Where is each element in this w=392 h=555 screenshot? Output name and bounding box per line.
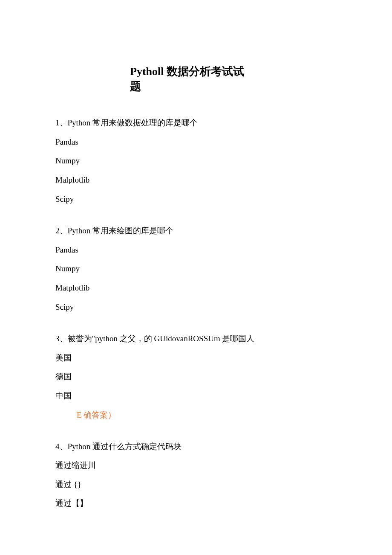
answer-text: E 确答案） bbox=[77, 410, 337, 421]
question-option: Matplotlib bbox=[55, 282, 337, 294]
question-3: 3、被誉为"python 之父，的 GUidovanROSSUm 是哪国人 美国… bbox=[55, 333, 337, 420]
question-prompt: 4、Python 通过什么方式确定代码块 bbox=[55, 441, 337, 453]
question-prompt: 1、Python 常用来做数据处理的库是哪个 bbox=[55, 117, 337, 129]
question-option: Numpy bbox=[55, 155, 337, 167]
question-option: 通过缩进川 bbox=[55, 460, 337, 471]
question-option: Malplotlib bbox=[55, 174, 337, 186]
document-page: Pytholl 数据分析考试试 题 1、Python 常用来做数据处理的库是哪个… bbox=[0, 0, 392, 555]
question-4: 4、Python 通过什么方式确定代码块 通过缩进川 通过 {} 通过【】 bbox=[55, 441, 337, 509]
question-option: Numpy bbox=[55, 263, 337, 275]
question-2: 2、Python 常用来绘图的库是哪个 Pandas Numpy Matplot… bbox=[55, 225, 337, 313]
document-title: Pytholl 数据分析考试试 题 bbox=[130, 64, 262, 94]
question-option: Pandas bbox=[55, 244, 337, 256]
question-prompt: 2、Python 常用来绘图的库是哪个 bbox=[55, 225, 337, 237]
question-option: Pandas bbox=[55, 137, 337, 148]
question-1: 1、Python 常用来做数据处理的库是哪个 Pandas Numpy Malp… bbox=[55, 117, 337, 205]
question-option: 通过 {} bbox=[55, 479, 337, 491]
question-option: 通过【】 bbox=[55, 498, 337, 509]
question-option: Scipy bbox=[55, 194, 337, 205]
title-line-1: Pytholl 数据分析考试试 bbox=[130, 65, 244, 78]
title-line-2: 题 bbox=[130, 80, 141, 93]
question-option: 美国 bbox=[55, 352, 337, 364]
question-option: Scipy bbox=[55, 302, 337, 313]
question-option: 中国 bbox=[55, 390, 337, 402]
question-prompt: 3、被誉为"python 之父，的 GUidovanROSSUm 是哪国人 bbox=[55, 333, 337, 345]
question-option: 德国 bbox=[55, 371, 337, 383]
